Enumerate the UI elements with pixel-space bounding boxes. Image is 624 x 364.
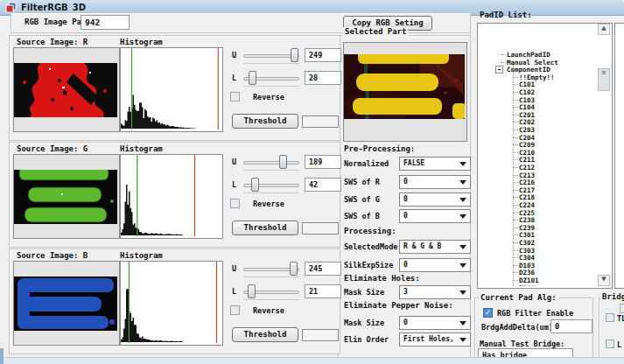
tree-connector-dash — [513, 257, 518, 258]
reverse-checkbox-r[interactable] — [230, 92, 240, 102]
processing-section-title: Eliminate Pepper Noise: — [344, 301, 462, 310]
rgb-filter-enable-checkbox[interactable]: ✓ — [483, 308, 493, 318]
pad-list-title: PadID List: — [480, 10, 532, 19]
chevron-down-icon — [459, 338, 466, 342]
selected-part-title: Selected Part — [343, 27, 408, 36]
u-g-slider-track[interactable] — [243, 161, 299, 164]
u-r-slider-thumb[interactable] — [291, 48, 298, 62]
tree-connector-dash — [513, 115, 518, 116]
dropdown-value: 0 — [403, 178, 408, 186]
u-r-slider-tickline — [243, 63, 299, 64]
bridge-extra-checkbox[interactable] — [620, 304, 624, 313]
processing-dropdown-selectedmode[interactable]: R & G & B — [399, 240, 471, 254]
tree-connector-dash — [513, 197, 518, 198]
u-r-value-input[interactable]: 249 — [305, 48, 341, 62]
tree-connector-dash — [513, 137, 518, 138]
reverse-label: Reverse — [253, 93, 305, 102]
bridge-title: Bridge — [600, 292, 624, 301]
chevron-down-icon — [459, 214, 466, 219]
source-image-box-b — [13, 261, 120, 346]
bridge-tl-checkbox[interactable] — [606, 313, 614, 322]
processing-dropdown-sws-of-b[interactable]: 0 — [399, 209, 471, 223]
right-clipped-panel — [614, 23, 624, 289]
dropdown-value: 0 — [403, 318, 408, 326]
tree-collapse-icon[interactable]: - — [495, 66, 503, 74]
tree-scroll-up-button[interactable]: ▲ — [598, 24, 610, 35]
tree-scrollbar-thumb[interactable]: ≡ — [598, 68, 610, 91]
l-r-value-input[interactable]: 28 — [305, 71, 341, 85]
window-title: FilterRGB_3D — [21, 3, 86, 12]
selected-part-image — [344, 54, 465, 119]
l-b-value-input[interactable]: 21 — [305, 284, 341, 298]
manual-test-bridge-label: Manual Test Bridge: — [480, 340, 564, 348]
u-b-value-input[interactable]: 245 — [305, 262, 341, 276]
u-r-slider-label: U — [232, 51, 242, 60]
selected-part-image-box — [343, 42, 467, 142]
tree-connector-dash — [501, 54, 506, 55]
reverse-checkbox-b[interactable] — [230, 305, 240, 315]
l-g-value-input[interactable]: 42 — [305, 178, 341, 192]
chevron-down-icon — [459, 162, 466, 166]
u-b-slider-thumb[interactable] — [290, 262, 298, 276]
source-image-box-r — [13, 47, 120, 132]
histogram-label: Histogram — [120, 38, 190, 46]
tree-connector-dash — [513, 280, 518, 281]
pad-id-value-field[interactable]: 942 — [81, 15, 130, 30]
l-b-slider-label: L — [232, 287, 242, 296]
tree-scroll-down-button[interactable]: ▼ — [598, 275, 610, 286]
processing-section-title: Eliminate Holes: — [344, 274, 462, 283]
tree-connector-dash — [513, 213, 518, 214]
u-g-slider-tickline — [243, 170, 299, 171]
l-r-slider-thumb[interactable] — [249, 71, 256, 85]
checkmark-icon: ✓ — [485, 308, 492, 317]
processing-section-title: Processing: — [344, 227, 462, 235]
u-g-slider-label: U — [232, 158, 242, 166]
tree-connector-dash — [513, 250, 518, 251]
source-image-b — [14, 276, 117, 331]
source-image-box-g — [13, 154, 120, 239]
u-g-value-input[interactable]: 189 — [305, 155, 341, 169]
tree-connector-dash — [501, 62, 506, 63]
chevron-down-icon — [459, 245, 466, 249]
u-g-slider-thumb[interactable] — [279, 155, 287, 169]
tree-connector-dash — [513, 205, 518, 206]
processing-dropdown-sws-of-g[interactable]: 0 — [399, 192, 471, 206]
processing-dropdown-normalized[interactable]: FALSE — [399, 157, 471, 171]
processing-row-label: Mask Size — [344, 288, 398, 297]
processing-dropdown-mask-size[interactable]: 3 — [399, 285, 471, 299]
threshold-button-g[interactable]: Threshold — [232, 220, 298, 235]
u-b-slider-label: U — [232, 264, 242, 273]
tree-connector-dash — [513, 144, 518, 145]
tree-connector-dash — [513, 167, 518, 168]
reverse-label: Reverse — [253, 306, 305, 315]
l-r-slider-tickline — [243, 86, 299, 87]
dropdown-value: First Holes, — [403, 335, 454, 343]
histogram-label: Histogram — [120, 144, 190, 153]
threshold-button-b[interactable]: Threshold — [232, 327, 298, 342]
u-b-slider-tickline — [243, 276, 299, 277]
window-bottom-border — [0, 357, 624, 364]
processing-dropdown-silkexpsize[interactable]: 0 — [399, 258, 471, 272]
tree-connector-dash — [513, 265, 518, 266]
brdg-add-delta-input[interactable]: 0 — [550, 319, 592, 333]
tree-connector-dash — [513, 122, 518, 122]
tree-connector-dash — [513, 190, 518, 191]
processing-dropdown-mask-size[interactable]: 0 — [399, 316, 471, 330]
bridge-tl-label: TL — [617, 314, 624, 323]
tree-connector-dash — [513, 107, 518, 108]
processing-dropdown-elin-order[interactable]: First Holes, — [399, 332, 471, 346]
processing-section-title: Pre-Processing: — [344, 144, 462, 153]
source-panel-r: Source Image: RHistogram U249L28ReverseT… — [9, 35, 340, 141]
dropdown-value: 0 — [403, 212, 408, 220]
l-g-slider-thumb[interactable] — [251, 178, 259, 192]
reverse-checkbox-g[interactable] — [230, 199, 240, 208]
source-panel-b: Source Image: BHistogram U245L21ReverseT… — [9, 248, 340, 354]
processing-dropdown-sws-of-r[interactable]: 0 — [399, 175, 471, 189]
bridge-l-checkbox[interactable] — [606, 340, 614, 348]
bridge-l-label: L — [617, 340, 621, 349]
histogram-label: Histogram — [120, 251, 190, 260]
threshold-button-r[interactable]: Threshold — [232, 114, 298, 129]
processing-row-label: Mask Size — [344, 318, 398, 327]
l-b-slider-thumb[interactable] — [248, 284, 256, 298]
tree-item-f300[interactable]: F300 — [519, 284, 535, 286]
